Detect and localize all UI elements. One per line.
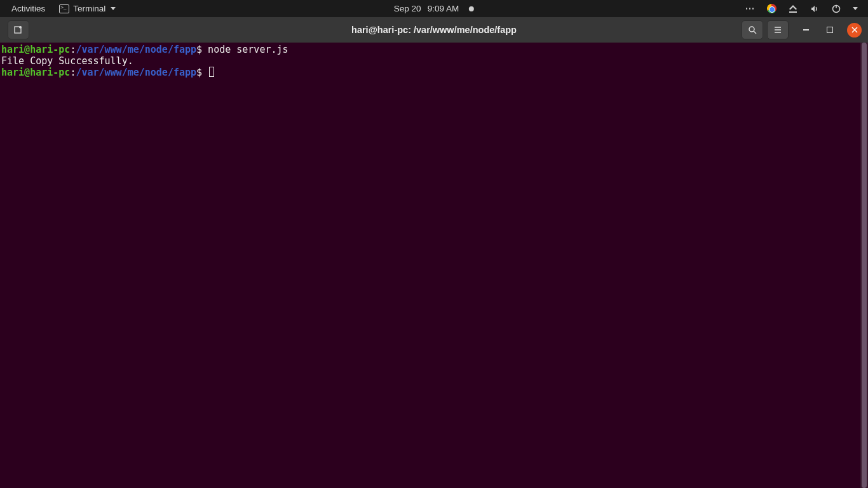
chevron-down-icon — [111, 7, 116, 10]
new-tab-button[interactable] — [8, 20, 29, 39]
scrollbar-thumb[interactable] — [862, 43, 867, 488]
svg-line-4 — [754, 31, 756, 34]
prompt-user-host: hari@hari-pc — [1, 44, 70, 55]
terminal-cursor — [209, 67, 214, 77]
more-apps-icon[interactable] — [745, 4, 755, 14]
power-icon[interactable] — [831, 4, 841, 14]
prompt-symbol: $ — [196, 44, 202, 55]
svg-point-3 — [749, 27, 754, 32]
prompt-symbol: $ — [196, 67, 202, 78]
search-button[interactable] — [742, 20, 763, 39]
terminal-headerbar: hari@hari-pc: /var/www/me/node/fapp — [0, 17, 868, 43]
window-title: hari@hari-pc: /var/www/me/node/fapp — [351, 25, 517, 35]
prompt-path: /var/www/me/node/fapp — [76, 44, 196, 55]
app-menu[interactable]: Terminal — [59, 4, 116, 13]
activities-button[interactable]: Activities — [11, 4, 45, 13]
terminal-viewport: hari@hari-pc:/var/www/me/node/fapp$ node… — [0, 43, 868, 488]
headerbar-right — [742, 20, 864, 39]
minimize-button[interactable] — [799, 23, 813, 37]
gnome-topbar: Activities Terminal Sep 20 9:09 AM — [0, 0, 868, 17]
terminal-scrollbar[interactable] — [860, 43, 868, 488]
app-menu-label: Terminal — [73, 4, 105, 13]
terminal-icon — [59, 4, 69, 13]
close-button[interactable] — [847, 23, 862, 37]
prompt-path: /var/www/me/node/fapp — [76, 67, 196, 78]
command-text: node server.js — [202, 44, 288, 55]
prompt-user-host: hari@hari-pc — [1, 67, 70, 78]
system-menu-chevron-icon[interactable] — [853, 7, 858, 10]
notification-dot-icon — [469, 6, 474, 11]
svg-rect-1 — [836, 4, 837, 8]
topbar-left: Activities Terminal — [0, 4, 116, 13]
topbar-time: 9:09 AM — [428, 4, 459, 13]
terminal-content[interactable]: hari@hari-pc:/var/www/me/node/fapp$ node… — [0, 43, 860, 488]
volume-icon[interactable] — [810, 4, 820, 14]
hamburger-menu-button[interactable] — [767, 20, 789, 39]
maximize-button[interactable] — [823, 23, 837, 37]
network-icon[interactable] — [788, 4, 798, 14]
topbar-tray — [745, 4, 868, 14]
topbar-clock[interactable]: Sep 20 9:09 AM — [394, 0, 474, 17]
topbar-date: Sep 20 — [394, 4, 421, 13]
output-line: File Copy Successfully. — [1, 55, 133, 67]
chrome-tray-icon[interactable] — [766, 4, 776, 14]
